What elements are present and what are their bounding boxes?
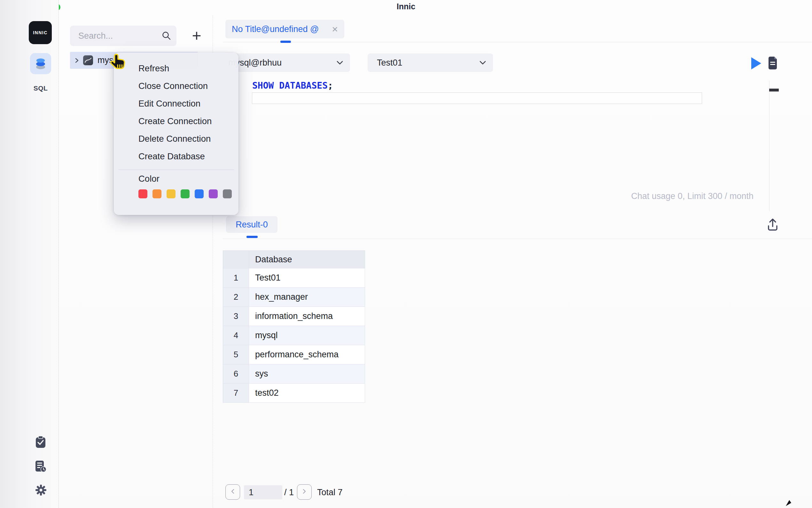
- database-name-cell[interactable]: sys: [249, 364, 365, 384]
- row-number: 7: [223, 384, 249, 403]
- color-swatch-purple[interactable]: [209, 189, 218, 198]
- database-name-cell[interactable]: information_schema: [249, 307, 365, 326]
- search-input[interactable]: [70, 26, 177, 46]
- sidebar-item-tasks[interactable]: [35, 436, 46, 450]
- row-number: 2: [223, 288, 249, 307]
- row-number: 1: [223, 268, 249, 288]
- chevron-left-icon: [231, 488, 235, 496]
- editor-tab[interactable]: No Title@undefined @ ×: [225, 20, 344, 38]
- active-tab-indicator: [280, 41, 291, 43]
- icon-rail: [0, 0, 59, 508]
- gear-icon: [35, 484, 47, 497]
- menu-item-delete-connection[interactable]: Delete Connection: [114, 130, 238, 147]
- result-table: Database 1 Test01 2 hex_manager 3 inform…: [223, 251, 365, 403]
- clipboard-check-icon: [35, 436, 46, 450]
- next-page-button[interactable]: [297, 484, 312, 500]
- color-swatch-row: [114, 189, 238, 198]
- database-select[interactable]: Test01: [368, 53, 493, 72]
- total-rows-label: Total 7: [317, 488, 343, 498]
- chevron-down-icon: [480, 61, 486, 65]
- table-header-row: Database: [223, 251, 365, 268]
- color-swatch-yellow[interactable]: [166, 189, 176, 198]
- color-swatch-red[interactable]: [138, 189, 147, 198]
- editor-scrollbar-track: [769, 81, 769, 211]
- connection-select[interactable]: mysql@rbhuu: [223, 53, 350, 72]
- row-number-header: [223, 251, 249, 268]
- active-result-tab-indicator: [246, 236, 258, 238]
- editor-scrollbar-thumb[interactable]: [769, 89, 779, 91]
- page-number-input[interactable]: [244, 485, 282, 499]
- corner-cursor-mark: [785, 499, 793, 508]
- row-number: 3: [223, 307, 249, 326]
- database-stack-icon: [32, 55, 49, 72]
- menu-item-refresh[interactable]: Refresh: [114, 59, 238, 77]
- tabbar-border: [223, 42, 812, 42]
- row-number: 6: [223, 364, 249, 384]
- mysql-connection-icon: [83, 55, 93, 65]
- export-icon: [767, 227, 779, 232]
- menu-item-create-database[interactable]: Create Database: [114, 147, 238, 165]
- search-icon: [162, 31, 171, 41]
- color-swatch-blue[interactable]: [195, 189, 204, 198]
- editor-active-line[interactable]: [252, 92, 702, 104]
- database-name-cell[interactable]: test02: [249, 384, 365, 403]
- connection-context-menu: Refresh Close Connection Edit Connection…: [114, 52, 238, 215]
- format-script-button[interactable]: [767, 56, 778, 71]
- database-name-cell[interactable]: hex_manager: [249, 288, 365, 307]
- menu-item-edit-connection[interactable]: Edit Connection: [114, 95, 238, 112]
- page-count-label: / 1: [284, 488, 294, 498]
- document-clock-icon: [35, 460, 47, 474]
- table-row[interactable]: 1 Test01: [223, 268, 365, 288]
- sql-editor-line[interactable]: SHOW DATABASES;: [252, 81, 333, 91]
- database-name-cell[interactable]: performance_schema: [249, 345, 365, 364]
- result-section-border: [223, 239, 812, 239]
- menu-divider: [118, 170, 234, 170]
- database-column-header: Database: [249, 251, 365, 268]
- add-connection-button[interactable]: +: [187, 26, 206, 45]
- sql-keyword: SHOW DATABASES: [252, 80, 328, 91]
- run-query-button[interactable]: [751, 57, 761, 70]
- row-number: 4: [223, 326, 249, 345]
- sql-semicolon: ;: [328, 80, 333, 91]
- app-logo: INNIC: [29, 21, 52, 44]
- row-number: 5: [223, 345, 249, 364]
- menu-item-close-connection[interactable]: Close Connection: [114, 77, 238, 95]
- menu-item-create-connection[interactable]: Create Connection: [114, 112, 238, 130]
- close-tab-icon[interactable]: ×: [332, 24, 338, 34]
- table-row[interactable]: 4 mysql: [223, 326, 365, 345]
- table-row[interactable]: 5 performance_schema: [223, 345, 365, 364]
- sidebar-item-settings[interactable]: [35, 484, 47, 497]
- database-name-cell[interactable]: Test01: [249, 268, 365, 288]
- table-row[interactable]: 2 hex_manager: [223, 288, 365, 307]
- sidebar-item-history[interactable]: [35, 460, 47, 474]
- chat-usage-status: Chat usage 0, Limit 300 / month: [631, 191, 754, 201]
- table-row[interactable]: 7 test02: [223, 384, 365, 403]
- color-swatch-orange[interactable]: [152, 189, 161, 198]
- database-select-value: Test01: [377, 58, 402, 68]
- table-row[interactable]: 6 sys: [223, 364, 365, 384]
- sidebar-item-databases[interactable]: [30, 53, 51, 74]
- hand-cursor: [109, 53, 127, 74]
- chevron-right-icon[interactable]: [75, 57, 79, 64]
- editor-tab-title: No Title@undefined @: [232, 24, 319, 34]
- sidebar-item-sql[interactable]: SQL: [30, 84, 52, 92]
- export-results-button[interactable]: [767, 217, 779, 233]
- color-swatch-gray[interactable]: [223, 189, 232, 198]
- window-title: Innic: [0, 2, 812, 11]
- chevron-down-icon: [337, 61, 343, 65]
- document-icon: [767, 65, 778, 71]
- color-section-label: Color: [114, 174, 238, 184]
- chevron-right-icon: [302, 488, 306, 496]
- prev-page-button[interactable]: [225, 484, 240, 500]
- color-swatch-green[interactable]: [181, 189, 190, 198]
- database-name-cell[interactable]: mysql: [249, 326, 365, 345]
- table-row[interactable]: 3 information_schema: [223, 307, 365, 326]
- result-tab[interactable]: Result-0: [226, 216, 278, 233]
